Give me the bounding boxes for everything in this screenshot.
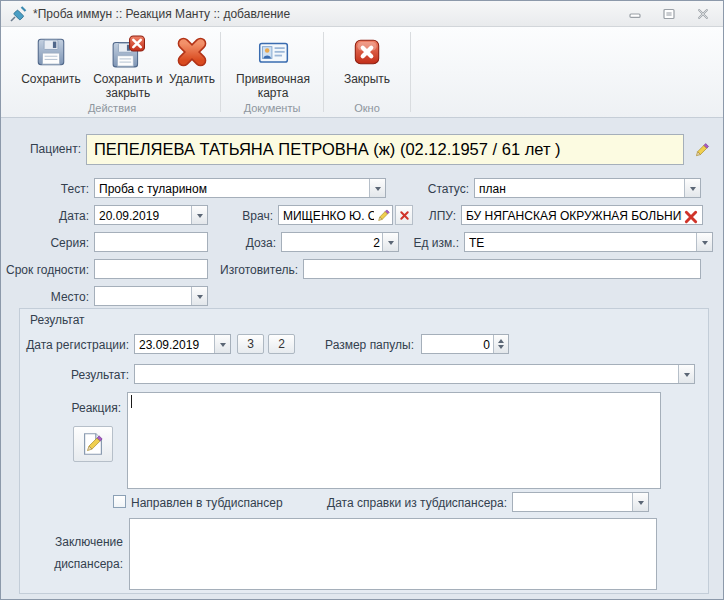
chevron-down-icon[interactable] <box>191 287 207 305</box>
expiry-field[interactable] <box>94 259 208 279</box>
dispensary-conclusion-textarea[interactable] <box>129 518 657 590</box>
tub-certificate-date-combo[interactable] <box>512 492 649 512</box>
toolbar-group-caption-window: Окно <box>325 102 409 114</box>
save-button-label: Сохранить <box>21 72 81 86</box>
dispensary-conclusion-label: Заключение диспансера: <box>38 531 123 575</box>
chevron-down-icon[interactable] <box>191 206 207 224</box>
status-combo[interactable] <box>474 178 701 198</box>
registration-date-combo[interactable] <box>134 334 231 354</box>
minimize-icon <box>629 8 641 20</box>
maximize-button[interactable] <box>657 6 681 22</box>
result-combo[interactable] <box>134 364 695 384</box>
papule-size-label: Размер папулы: <box>314 338 414 352</box>
toolbar-separator <box>410 32 411 112</box>
unit-input[interactable] <box>465 234 696 252</box>
dose-label: Доза: <box>226 236 276 250</box>
delete-button[interactable]: Удалить <box>164 33 220 88</box>
chevron-down-icon[interactable] <box>684 179 700 197</box>
patient-field[interactable] <box>86 134 684 165</box>
edit-note-icon <box>79 430 107 458</box>
vaccination-card-button[interactable]: Прививочная карта <box>227 33 319 102</box>
chevron-down-icon[interactable] <box>632 493 648 511</box>
date-label: Дата: <box>39 209 89 223</box>
unit-combo[interactable] <box>464 232 713 252</box>
close-button[interactable] <box>691 6 715 22</box>
toolbar-group-caption-documents: Документы <box>222 102 322 114</box>
place-combo[interactable] <box>94 286 208 306</box>
close-form-button-label: Закрыть <box>344 72 390 86</box>
place-label: Место: <box>29 290 89 304</box>
title-bar: *Проба иммун :: Реакция Манту :: добавле… <box>1 1 723 27</box>
manufacturer-input[interactable] <box>304 261 700 279</box>
minimize-button[interactable] <box>623 6 647 22</box>
vaccination-card-button-label: Прививочная карта <box>229 72 317 100</box>
date-input[interactable] <box>95 207 191 225</box>
chevron-down-icon[interactable] <box>214 335 230 353</box>
save-and-close-button-label: Сохранить и закрыть <box>93 72 163 100</box>
toolbar-separator <box>323 32 324 112</box>
tub-certificate-date-label: Дата справки из тубдиспансера: <box>327 496 507 510</box>
status-label: Статус: <box>409 182 469 196</box>
doctor-field[interactable] <box>278 205 393 225</box>
unit-label: Ед изм.: <box>399 236 459 250</box>
maximize-icon <box>663 8 675 20</box>
series-field[interactable] <box>94 232 208 252</box>
syringe-icon <box>9 5 27 23</box>
doctor-label: Врач: <box>223 209 273 223</box>
pencil-icon[interactable] <box>375 208 391 224</box>
registration-date-input[interactable] <box>135 336 214 354</box>
manufacturer-label: Изготовитель: <box>211 263 298 277</box>
save-and-close-icon <box>111 35 145 69</box>
manufacturer-field[interactable] <box>303 259 701 279</box>
spinner-arrows-icon[interactable] <box>493 335 508 353</box>
toolbar-group-caption-actions: Действия <box>5 102 219 114</box>
chevron-down-icon[interactable] <box>678 365 694 383</box>
chevron-down-icon[interactable] <box>696 233 712 251</box>
series-input[interactable] <box>95 234 207 252</box>
dose-combo[interactable] <box>281 232 399 252</box>
delete-button-label: Удалить <box>169 72 215 86</box>
result-group-caption: Результат <box>30 313 85 327</box>
test-label: Тест: <box>39 182 89 196</box>
save-button[interactable]: Сохранить <box>13 33 89 88</box>
delete-icon <box>175 35 209 69</box>
patient-edit-button[interactable] <box>689 138 713 162</box>
close-icon <box>697 8 709 20</box>
chevron-down-icon[interactable] <box>369 179 385 197</box>
lpu-input[interactable] <box>462 207 702 225</box>
reaction-textarea[interactable] <box>127 392 661 489</box>
dose-input[interactable] <box>282 234 382 252</box>
reaction-label: Реакция: <box>61 401 121 415</box>
quick-day-3-button[interactable]: 3 <box>237 334 264 354</box>
save-and-close-button[interactable]: Сохранить и закрыть <box>91 33 165 102</box>
patient-label: Пациент: <box>21 142 81 156</box>
lpu-label: ЛПУ: <box>416 209 456 223</box>
date-combo[interactable] <box>94 205 208 225</box>
place-input[interactable] <box>95 288 191 306</box>
close-form-button[interactable]: Закрыть <box>330 33 404 88</box>
status-input[interactable] <box>475 180 684 198</box>
quick-day-2-button[interactable]: 2 <box>268 334 295 354</box>
chevron-down-icon[interactable] <box>382 233 398 251</box>
doctor-clear-button[interactable] <box>395 205 413 225</box>
vaccination-card-icon <box>256 35 290 69</box>
expiry-input[interactable] <box>95 261 207 279</box>
series-label: Серия: <box>29 236 89 250</box>
toolbar: Сохранить Сохранить и закрыть Удалить <box>1 27 723 118</box>
window-title: *Проба иммун :: Реакция Манту :: добавле… <box>33 7 290 21</box>
tub-certificate-date-input[interactable] <box>513 494 632 512</box>
tub-dispensary-checkbox[interactable] <box>113 495 126 508</box>
lpu-field[interactable] <box>461 205 703 225</box>
test-combo[interactable] <box>94 178 386 198</box>
app-window: *Проба иммун :: Реакция Манту :: добавле… <box>0 0 724 600</box>
patient-input[interactable] <box>87 135 683 164</box>
result-label: Результат: <box>49 368 129 382</box>
result-input[interactable] <box>135 366 678 384</box>
papule-size-spinner[interactable] <box>421 334 509 354</box>
expiry-label: Срок годности: <box>1 263 89 277</box>
clear-x-icon[interactable] <box>683 209 699 225</box>
save-icon <box>34 35 68 69</box>
reaction-edit-button[interactable] <box>73 426 113 462</box>
text-caret <box>131 395 132 408</box>
test-input[interactable] <box>95 180 369 198</box>
